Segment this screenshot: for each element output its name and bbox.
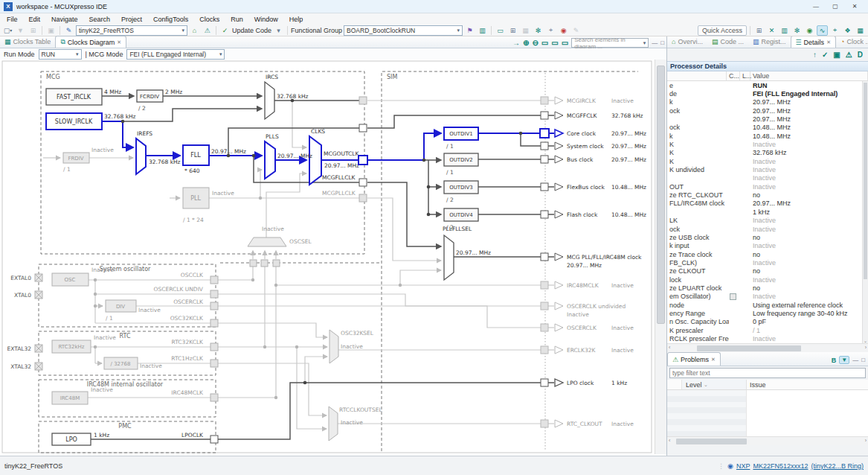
pause-icon[interactable]: ▦ bbox=[520, 25, 531, 36]
output-erclk32k[interactable]: ERCLK32KInactive bbox=[541, 346, 634, 354]
table-row[interactable]: K undividedInactive bbox=[667, 165, 868, 173]
functional-group-combo[interactable]: BOARD_BootClockRUN▾ bbox=[344, 25, 463, 36]
block-div[interactable]: DIV bbox=[106, 300, 136, 312]
table-row[interactable]: nodeUsing external reference clock bbox=[667, 301, 868, 309]
output-flash-clock[interactable]: Flash clock10.48... MHz bbox=[541, 211, 646, 218]
tab-overview[interactable]: ⌂Overvi... bbox=[667, 36, 707, 48]
pins-perspective-icon[interactable]: ✻ bbox=[791, 25, 803, 36]
tab-details[interactable]: ☰Details✕ bbox=[791, 36, 836, 48]
close-tab-icon[interactable]: ✕ bbox=[117, 39, 121, 45]
checkbox[interactable] bbox=[730, 293, 736, 300]
zoom-in-icon[interactable]: ⊕ bbox=[523, 39, 529, 47]
table-row[interactable]: RCLK prescaler FrequencyInactive bbox=[667, 334, 868, 342]
menu-file[interactable]: File bbox=[7, 16, 18, 23]
diagram-vertical-scrollbar[interactable] bbox=[655, 60, 666, 454]
table-row[interactable]: k inputInactive bbox=[667, 242, 868, 250]
filter-input[interactable] bbox=[669, 368, 866, 378]
table-row[interactable]: ency RangeLow frequency range 30-40 kHz bbox=[667, 309, 868, 317]
connector[interactable] bbox=[359, 124, 367, 132]
details-vertical-scrollbar[interactable]: ⌄ bbox=[862, 81, 868, 343]
menu-run[interactable]: Run bbox=[231, 16, 243, 23]
problems-table[interactable] bbox=[667, 390, 868, 436]
block-rtc32khz[interactable]: RTC32kHz bbox=[52, 340, 91, 353]
connector[interactable] bbox=[359, 156, 367, 165]
run-mode-combo[interactable]: RUN▾ bbox=[39, 49, 82, 60]
block-outdiv2[interactable]: OUTDIV2 bbox=[444, 153, 478, 166]
table-row[interactable]: ze RTC_CLKOUTno bbox=[667, 191, 868, 199]
table-row[interactable]: k20.97... MHz bbox=[667, 98, 868, 106]
menu-project[interactable]: Project bbox=[121, 16, 142, 23]
block-outdiv4[interactable]: OUTDIV4 bbox=[444, 208, 478, 221]
table-row[interactable]: ockInactive bbox=[667, 225, 868, 233]
table-row[interactable]: LKInactive bbox=[667, 217, 868, 225]
table-row[interactable]: ock20.97... MHz bbox=[667, 106, 868, 115]
table-row[interactable]: FLL/IRC48M clock20.97... MHz bbox=[667, 200, 868, 208]
connector[interactable] bbox=[261, 260, 268, 267]
close-icon[interactable]: ✕ bbox=[845, 3, 864, 10]
vendor-link[interactable]: NXP bbox=[736, 462, 750, 470]
device-link[interactable]: MK22FN512xxx12 bbox=[753, 462, 808, 470]
connector[interactable] bbox=[210, 302, 218, 310]
tab-code[interactable]: ▤Code ... bbox=[707, 36, 748, 48]
maximize-view-icon[interactable]: □ bbox=[861, 357, 865, 363]
block-frdiv[interactable]: FRDIV bbox=[63, 153, 89, 163]
connector[interactable] bbox=[210, 290, 218, 298]
mcg-mode-combo[interactable]: FEI (FLL Engaged Internal)▾ bbox=[126, 49, 225, 60]
column-c[interactable]: C... bbox=[727, 71, 740, 80]
problems-horizontal-scrollbar[interactable]: ‹› bbox=[667, 436, 868, 445]
project-combo[interactable]: tinyK22_FreeRTOS▾ bbox=[76, 25, 187, 36]
registers-perspective-icon[interactable]: ▦ bbox=[855, 25, 866, 36]
minimize-view-icon[interactable]: — bbox=[652, 39, 658, 46]
table-row[interactable]: eRUN bbox=[667, 81, 868, 89]
collapse-arrow-icon[interactable]: → bbox=[512, 39, 520, 47]
table-row[interactable]: ze Trace clockno bbox=[667, 250, 868, 258]
output-irc48mclk[interactable]: IRC48MCLKInactive bbox=[541, 281, 634, 289]
connector[interactable] bbox=[359, 194, 367, 202]
dcd-perspective-icon[interactable]: ⌖ bbox=[829, 25, 840, 36]
table-row[interactable]: 1 kHz bbox=[667, 208, 868, 216]
clocks-perspective-icon[interactable]: ∿ bbox=[817, 25, 828, 36]
tab-clocks-table[interactable]: ▦ Clocks Table bbox=[0, 36, 55, 48]
develop-perspective-icon[interactable]: ✕ bbox=[766, 25, 777, 36]
board-link[interactable]: (tinyK22...B Ring) bbox=[811, 462, 864, 470]
column-value[interactable]: Value bbox=[750, 71, 868, 80]
update-code-button[interactable]: Update Code bbox=[232, 27, 271, 34]
table-row[interactable]: ze CLKOUTno bbox=[667, 267, 868, 275]
new-icon[interactable]: ▢▾ bbox=[2, 25, 13, 36]
block-irc48m[interactable]: IRC48M bbox=[52, 392, 88, 404]
menu-help[interactable]: Help bbox=[289, 16, 303, 23]
b-filter-icon[interactable]: B bbox=[832, 357, 837, 364]
table-row[interactable]: ze LPUART clockno bbox=[667, 284, 868, 292]
maximize-icon[interactable]: ▢ bbox=[826, 3, 845, 10]
table-row[interactable]: deFEI (FLL Engaged Internal) bbox=[667, 89, 868, 98]
column-l[interactable]: L... bbox=[740, 71, 750, 80]
power-icon[interactable]: ◉ bbox=[727, 462, 733, 470]
lock-icon[interactable]: ▣ bbox=[833, 51, 840, 59]
table-row[interactable]: lockInactive bbox=[667, 275, 868, 284]
output-core-clock[interactable]: Core clock20.97... MHz bbox=[540, 129, 646, 138]
actual-size-icon[interactable]: ▭ bbox=[562, 39, 568, 47]
console-icon[interactable]: ▭ bbox=[495, 25, 506, 36]
menu-edit[interactable]: Edit bbox=[29, 16, 41, 23]
connector[interactable] bbox=[250, 260, 257, 267]
peripherals-perspective-icon[interactable]: ◉ bbox=[804, 25, 815, 36]
connector[interactable] bbox=[273, 260, 280, 267]
column-issue[interactable]: Issue bbox=[747, 381, 868, 389]
block-lpo[interactable]: LPO bbox=[52, 433, 91, 445]
minimize-view-icon[interactable]: — bbox=[852, 357, 858, 363]
save-icon[interactable]: ▼ bbox=[15, 25, 26, 36]
install-perspective-icon[interactable]: ▥ bbox=[779, 25, 790, 36]
block-osc[interactable]: OSC bbox=[52, 273, 89, 286]
menu-configtools[interactable]: ConfigTools bbox=[153, 16, 188, 23]
table-row[interactable]: 20.97... MHz bbox=[667, 115, 868, 123]
resume-icon[interactable]: ✻ bbox=[533, 25, 544, 36]
tab-clocks-diagram[interactable]: ⧉ Clocks Diagram ✕ bbox=[55, 36, 126, 48]
table-row[interactable]: K prescaler/ 1 bbox=[667, 326, 868, 334]
funnel-filter-icon[interactable]: ▼ bbox=[839, 356, 849, 364]
menu-window[interactable]: Window bbox=[254, 16, 278, 23]
table-row[interactable]: OUTInactive bbox=[667, 182, 868, 191]
output-mcgffclk[interactable]: MCGFFCLK32.768 kHz bbox=[541, 112, 643, 119]
table-row[interactable]: FB_CLK)Inactive bbox=[667, 258, 868, 267]
connector[interactable] bbox=[210, 343, 218, 351]
table-row[interactable]: KInactive bbox=[667, 157, 868, 165]
